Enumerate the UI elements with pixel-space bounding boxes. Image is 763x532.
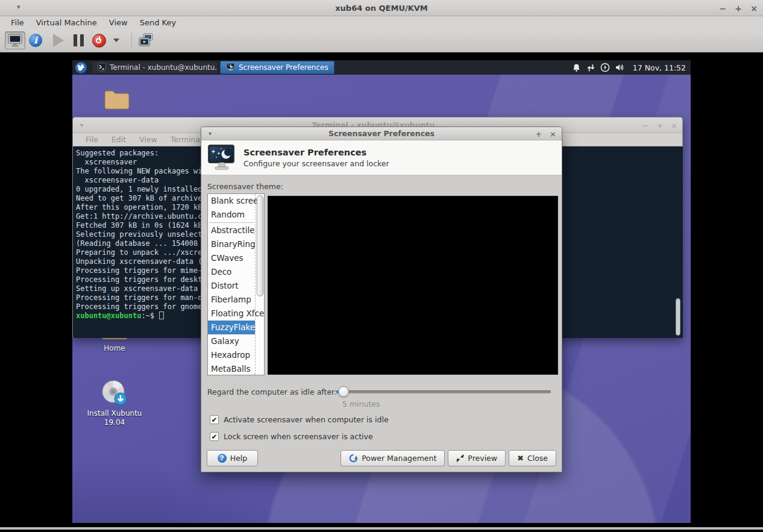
dialog-header-text: Screensaver Preferences Configure your s… (243, 148, 389, 168)
theme-list-items: Blank screenRandomAbstractileBinaryRingC… (208, 194, 256, 375)
host-titlebar: ▾ xub64 on QEMU/KVM − + × (0, 0, 763, 16)
dual-displays-icon (138, 33, 154, 48)
dialog-title: Screensaver Preferences (201, 129, 562, 138)
whisker-menu-button[interactable] (75, 62, 87, 74)
desktop-icon-label: Install Xubuntu 19.04 (87, 409, 142, 427)
theme-item-distort[interactable]: Distort (208, 279, 255, 293)
panel-clock[interactable]: 17 Nov, 11:52 (633, 63, 686, 72)
theme-item-abstractile[interactable]: Abstractile (208, 224, 255, 237)
console-view-button[interactable] (5, 31, 25, 49)
host-menu-file[interactable]: File (5, 18, 30, 27)
taskbar-task-terminal-xubuntu-xubuntu[interactable]: Terminal - xubuntu@xubuntu... (92, 61, 218, 74)
taskbar-tasks: Terminal - xubuntu@xubuntu...Screensaver… (92, 61, 336, 74)
shutdown-menu-caret-icon[interactable] (113, 39, 119, 42)
power-management-button[interactable]: Power Management (341, 450, 445, 466)
dialog-header: Screensaver Preferences Configure your s… (201, 140, 562, 175)
checkbox-activate-screensaver-when-computer-is-idle[interactable]: ✔Activate screensaver when computer is i… (210, 415, 389, 424)
dialog-maximize-button[interactable]: + (535, 130, 542, 139)
dialog-button-row: ? Help Power Management (201, 449, 562, 467)
desktop-icon-install-xubuntu[interactable]: Install Xubuntu 19.04 (87, 379, 142, 427)
theme-item-cwaves[interactable]: CWaves (208, 251, 255, 265)
host-window-bottom-border (0, 527, 763, 530)
theme-list: Blank screenRandomAbstractileBinaryRingC… (207, 193, 265, 375)
host-toolbar: i (0, 29, 763, 52)
terminal-minimize-button[interactable]: − (642, 121, 648, 130)
host-menu-virtual-machine[interactable]: Virtual Machine (30, 18, 103, 27)
theme-item-blank-screen[interactable]: Blank screen (208, 194, 255, 208)
desktop-wallpaper: Home (72, 75, 691, 523)
slider-thumb[interactable] (338, 386, 349, 397)
theme-item-binaryring[interactable]: BinaryRing (208, 237, 255, 251)
terminal-menu-view[interactable]: View (133, 135, 164, 144)
host-menu-view[interactable]: View (103, 18, 134, 27)
terminal-maximize-button[interactable]: + (656, 121, 663, 130)
folder-icon (89, 89, 145, 111)
terminal-window-menu-caret[interactable]: ▾ (80, 122, 83, 128)
dialog-titlebar[interactable]: ▾ Screensaver Preferences + × (201, 127, 562, 140)
close-button[interactable]: ✖ Close (509, 450, 556, 466)
theme-item-deco[interactable]: Deco (208, 265, 255, 279)
theme-item-floating-xfce[interactable]: Floating Xfce (208, 307, 255, 321)
desktop-icon-partial[interactable] (89, 89, 145, 113)
play-icon (53, 34, 64, 47)
pause-icon (74, 34, 84, 46)
theme-list-label: Screensaver theme: (207, 182, 283, 191)
host-close-button[interactable]: × (750, 4, 758, 13)
help-button-label: Help (230, 454, 248, 463)
help-button[interactable]: ? Help (207, 450, 258, 466)
power-icon (92, 34, 106, 48)
dialog-header-subtitle: Configure your screensaver and locker (243, 159, 389, 168)
taskbar-task-label: Screensaver Preferences (239, 63, 328, 72)
screensaver-monitor-moon-icon (207, 144, 236, 172)
taskbar-task-label: Terminal - xubuntu@xubuntu... (110, 63, 218, 72)
terminal-close-button[interactable]: × (671, 121, 677, 130)
notifications-bell-icon[interactable] (571, 63, 582, 73)
screensaver-preview-area (268, 196, 558, 375)
volume-icon[interactable] (615, 63, 625, 73)
terminal-scrollbar-thumb[interactable] (676, 298, 680, 336)
theme-item-fuzzyflakes[interactable]: FuzzyFlakes (208, 321, 255, 334)
checkbox-label: Activate screensaver when computer is id… (224, 415, 389, 424)
install-cd-icon (87, 379, 142, 407)
shutdown-vm-button[interactable] (87, 31, 106, 49)
theme-item-fiberlamp[interactable]: Fiberlamp (208, 293, 255, 307)
dialog-window-menu-caret[interactable]: ▾ (209, 130, 212, 137)
checkbox-box[interactable]: ✔ (210, 432, 219, 441)
monitor-icon (8, 34, 22, 47)
vm-display-stage: Terminal - xubuntu@xubuntu...Screensaver… (0, 52, 763, 530)
info-icon: i (29, 34, 42, 47)
network-arrows-icon[interactable] (586, 63, 596, 73)
checkbox-lock-screen-when-screensaver-is-active[interactable]: ✔Lock screen when screensaver is active (210, 432, 389, 441)
power-management-label: Power Management (362, 454, 436, 463)
host-window-controls: − + × (718, 0, 758, 16)
terminal-menu-file[interactable]: File (79, 135, 105, 144)
theme-item-hexadrop[interactable]: Hexadrop (208, 348, 255, 362)
checkbox-box[interactable]: ✔ (210, 415, 219, 424)
run-vm-button[interactable] (46, 31, 64, 49)
host-window-title: xub64 on QEMU/KVM (0, 4, 763, 13)
vm-details-button[interactable]: i (29, 31, 42, 49)
screensaver-preferences-dialog: ▾ Screensaver Preferences + × (201, 127, 562, 472)
idle-time-slider[interactable] (336, 390, 551, 393)
guest-screen: Terminal - xubuntu@xubuntu...Screensaver… (72, 60, 691, 523)
theme-list-scrollbar-thumb[interactable] (257, 195, 263, 296)
preview-button[interactable]: Preview (448, 450, 506, 466)
virtual-displays-button[interactable] (138, 31, 154, 49)
terminal-menu-edit[interactable]: Edit (105, 135, 133, 144)
taskbar-task-screensaver-preferences[interactable]: Screensaver Preferences (220, 61, 334, 74)
power-manager-icon[interactable] (600, 63, 611, 73)
host-maximize-button[interactable]: + (734, 4, 743, 13)
xubuntu-logo-icon (77, 63, 86, 72)
host-window-menu-caret[interactable]: ▾ (17, 3, 20, 11)
theme-item-random[interactable]: Random (208, 208, 255, 222)
screensaver-icon (226, 63, 235, 73)
host-menubar: FileVirtual MachineViewSend Key (0, 16, 763, 29)
host-minimize-button[interactable]: − (718, 4, 727, 13)
host-menu-send-key[interactable]: Send Key (134, 18, 182, 27)
theme-item-metaballs[interactable]: MetaBalls (208, 362, 255, 375)
pause-vm-button[interactable] (68, 31, 84, 49)
dialog-close-button[interactable]: × (550, 130, 556, 139)
dialog-window-controls: + × (535, 127, 556, 140)
theme-item-galaxy[interactable]: Galaxy (208, 334, 255, 348)
terminal-prompt: xubuntu@xubuntu (76, 311, 141, 320)
